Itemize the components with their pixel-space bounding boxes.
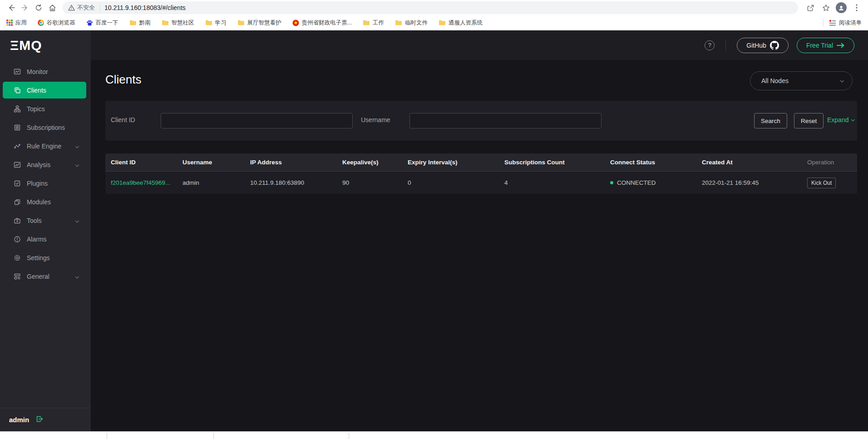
- url-text[interactable]: 10.211.9.160:18083/#/clients: [104, 4, 186, 11]
- search-button[interactable]: Search: [754, 113, 787, 128]
- bookmark-emblem[interactable]: 贵州省财政电子票...: [292, 19, 352, 27]
- folder-icon: [162, 20, 169, 26]
- sidebar-item-alarms[interactable]: Alarms: [0, 230, 91, 248]
- bookmark-folder[interactable]: 展厅智慧看护: [237, 19, 281, 27]
- bookmark-baidu[interactable]: 百度一下: [86, 19, 118, 27]
- security-chip[interactable]: 不安全: [68, 4, 95, 12]
- logout-icon[interactable]: [35, 415, 44, 425]
- cell-created-at: 2022-01-21 16:59:45: [696, 179, 802, 186]
- page-title: Clients: [105, 73, 141, 87]
- sidebar-item-modules[interactable]: Modules: [0, 192, 91, 211]
- reload-icon[interactable]: [32, 1, 45, 14]
- free-trial-button[interactable]: Free Trial: [797, 38, 854, 53]
- sidebar-item-label: Settings: [27, 254, 50, 261]
- cell-ip-address: 10.211.9.180:63890: [245, 179, 337, 186]
- username: admin: [9, 416, 29, 424]
- bookmark-folder[interactable]: 黔南: [129, 19, 151, 27]
- bookmark-label: 应用: [15, 19, 27, 27]
- reset-button[interactable]: Reset: [794, 113, 824, 128]
- sidebar: ΞMQ Monitor Clients Topics Subscriptions…: [0, 30, 91, 431]
- bookmark-label: 贵州省财政电子票...: [302, 19, 352, 27]
- bookmark-chrome[interactable]: 谷歌浏览器: [38, 19, 75, 27]
- forward-icon[interactable]: [18, 1, 32, 14]
- folder-icon: [395, 20, 402, 26]
- username-input[interactable]: [409, 113, 602, 128]
- sidebar-item-settings[interactable]: Settings: [0, 248, 91, 267]
- sidebar-item-label: Tools: [27, 217, 42, 224]
- table-row: f201ea9bee7f45969... admin 10.211.9.180:…: [105, 172, 857, 194]
- folder-icon: [439, 20, 446, 26]
- monitor-icon: [14, 68, 21, 75]
- browser-toolbar: 不安全 10.211.9.160:18083/#/clients: [0, 0, 868, 15]
- sidebar-item-subscriptions[interactable]: Subscriptions: [0, 118, 91, 137]
- table-header-row: Client ID Username IP Address Keepalive(…: [105, 153, 857, 172]
- bookmark-apps[interactable]: 应用: [6, 19, 27, 27]
- sidebar-item-rule-engine[interactable]: Rule Engine: [0, 137, 91, 155]
- github-button[interactable]: GitHub: [737, 38, 789, 53]
- search-panel: Client ID Username Search Reset Expand: [105, 101, 857, 141]
- reading-list-button[interactable]: 阅读清单: [829, 19, 862, 27]
- clients-table: Client ID Username IP Address Keepalive(…: [105, 153, 857, 194]
- column-header: Operation: [802, 159, 857, 166]
- cell-username: admin: [177, 179, 245, 186]
- sidebar-item-analysis[interactable]: Analysis: [0, 155, 91, 174]
- sidebar-item-topics[interactable]: Topics: [0, 99, 91, 118]
- plugins-icon: [14, 180, 21, 187]
- sidebar-item-plugins[interactable]: Plugins: [0, 174, 91, 192]
- sidebar-item-label: Subscriptions: [27, 124, 65, 131]
- client-id-link[interactable]: f201ea9bee7f45969...: [111, 179, 170, 186]
- bookmark-label: 百度一下: [96, 19, 118, 27]
- folder-icon: [363, 20, 370, 26]
- baidu-paw-icon: [86, 20, 93, 26]
- home-icon[interactable]: [45, 1, 59, 14]
- arrow-right-icon: [837, 42, 845, 49]
- bookmark-label: 临时文件: [405, 19, 428, 27]
- node-filter-select[interactable]: All Nodes: [750, 71, 853, 90]
- bookmark-folder[interactable]: 学习: [205, 19, 227, 27]
- share-icon[interactable]: [804, 1, 817, 14]
- app-header: ? GitHub Free Trial: [91, 30, 868, 60]
- kick-out-button[interactable]: Kick Out: [807, 178, 836, 188]
- emq-logo: ΞMQ: [0, 30, 91, 60]
- bookmark-folder[interactable]: 临时文件: [395, 19, 428, 27]
- bookmark-label: 谷歌浏览器: [47, 19, 75, 27]
- sidebar-item-label: Modules: [27, 198, 51, 206]
- reading-list-label: 阅读清单: [839, 19, 862, 27]
- sidebar-item-label: Rule Engine: [27, 143, 61, 150]
- sidebar-item-label: Alarms: [27, 236, 47, 243]
- column-header: Created At: [696, 159, 802, 166]
- sidebar-item-clients[interactable]: Clients: [3, 82, 86, 99]
- username-label: Username: [361, 116, 390, 123]
- profile-avatar[interactable]: [834, 1, 848, 14]
- clients-icon: [14, 87, 21, 94]
- header-divider: [725, 39, 726, 51]
- bookmark-label: 智慧社区: [172, 19, 194, 27]
- bookmark-star-icon[interactable]: [819, 1, 833, 14]
- help-icon[interactable]: ?: [705, 40, 715, 50]
- bookmarks-bar: 应用 谷歌浏览器 百度一下 黔南 智慧社区 学习 展厅智慧看护 贵州省财政电子: [0, 15, 868, 30]
- sidebar-item-monitor[interactable]: Monitor: [0, 62, 91, 81]
- column-header: Username: [177, 159, 245, 166]
- bookmark-label: 工作: [373, 19, 384, 27]
- cell-subscriptions-count: 4: [499, 179, 605, 186]
- bookmark-folder[interactable]: 智慧社区: [162, 19, 194, 27]
- client-id-input[interactable]: [161, 113, 353, 128]
- reading-list-icon: [829, 20, 836, 26]
- chrome-icon: [38, 20, 44, 26]
- folder-icon: [237, 20, 245, 26]
- github-octocat-icon: [770, 41, 779, 50]
- bookmark-folder[interactable]: 工作: [363, 19, 384, 27]
- bookmark-folder[interactable]: 通服人资系统: [439, 19, 483, 27]
- sidebar-item-tools[interactable]: Tools: [0, 211, 91, 230]
- sidebar-item-general[interactable]: General: [0, 267, 91, 286]
- expand-link[interactable]: Expand: [827, 116, 854, 123]
- warning-icon: [68, 5, 75, 11]
- alarms-icon: [14, 236, 21, 243]
- sidebar-item-label: Plugins: [27, 180, 48, 187]
- back-icon[interactable]: [5, 1, 18, 14]
- address-bar[interactable]: 不安全 10.211.9.160:18083/#/clients: [63, 1, 798, 14]
- subscriptions-icon: [14, 124, 21, 131]
- client-id-label: Client ID: [111, 116, 135, 123]
- browser-menu-icon[interactable]: [850, 1, 863, 14]
- sidebar-item-label: Clients: [27, 87, 46, 94]
